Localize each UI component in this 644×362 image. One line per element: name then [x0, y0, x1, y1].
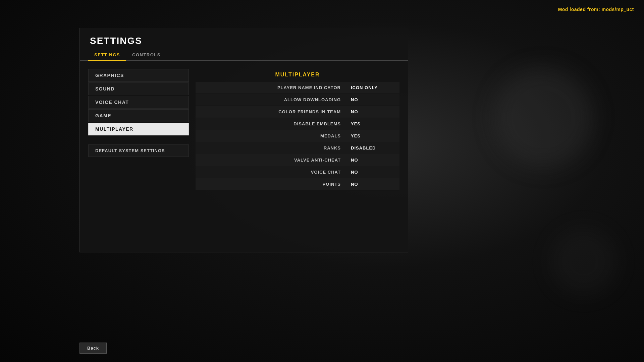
settings-list: PLAYER NAME INDICATOR ICON ONLY ALLOW DO… [196, 82, 399, 190]
setting-label-medals: MEDALS [196, 130, 346, 142]
setting-value-ranks: DISABLED [346, 142, 399, 154]
setting-value-color-friends: NO [346, 106, 399, 118]
dialog-title: SETTINGS [80, 28, 408, 50]
setting-label-color-friends: COLOR FRIENDS IN TEAM [196, 106, 346, 118]
sidebar-divider [88, 136, 189, 144]
setting-label-allow-downloading: ALLOW DOWNLOADING [196, 94, 346, 106]
setting-value-allow-downloading: NO [346, 94, 399, 106]
setting-value-points: NO [346, 178, 399, 190]
setting-value-player-name: ICON ONLY [346, 82, 399, 94]
setting-label-disable-emblems: DISABLE EMBLEMS [196, 118, 346, 130]
sidebar-item-voice-chat[interactable]: VOICE CHAT [88, 96, 189, 109]
setting-row-player-name[interactable]: PLAYER NAME INDICATOR ICON ONLY [196, 82, 399, 94]
setting-row-allow-downloading[interactable]: ALLOW DOWNLOADING NO [196, 94, 399, 106]
tab-bar: SETTINGS CONTROLS [80, 50, 408, 61]
setting-value-disable-emblems: YES [346, 118, 399, 130]
setting-label-voice-chat: VOICE CHAT [196, 166, 346, 178]
setting-row-points[interactable]: POINTS NO [196, 178, 399, 190]
sidebar-item-graphics[interactable]: GRAPHICS [88, 69, 189, 82]
setting-label-ranks: RANKS [196, 142, 346, 154]
settings-dialog: SETTINGS SETTINGS CONTROLS GRAPHICS SOUN… [79, 28, 408, 252]
right-panel: MULTIPLAYER PLAYER NAME INDICATOR ICON O… [196, 69, 399, 190]
setting-label-player-name: PLAYER NAME INDICATOR [196, 82, 346, 94]
setting-label-valve-anti-cheat: VALVE ANTI-CHEAT [196, 154, 346, 166]
setting-value-medals: YES [346, 130, 399, 142]
setting-value-valve-anti-cheat: NO [346, 154, 399, 166]
setting-value-voice-chat: NO [346, 166, 399, 178]
mod-info: Mod loaded from: mods/mp_uct [558, 7, 634, 12]
setting-row-ranks[interactable]: RANKS DISABLED [196, 142, 399, 154]
sidebar: GRAPHICS SOUND VOICE CHAT GAME MULTIPLAY… [88, 69, 189, 190]
sidebar-item-game[interactable]: GAME [88, 109, 189, 122]
bg-blur-2 [550, 228, 617, 295]
content-area: GRAPHICS SOUND VOICE CHAT GAME MULTIPLAY… [80, 66, 408, 194]
tab-controls[interactable]: CONTROLS [126, 50, 167, 61]
bg-blur-1 [493, 67, 594, 168]
setting-label-points: POINTS [196, 178, 346, 190]
setting-row-disable-emblems[interactable]: DISABLE EMBLEMS YES [196, 118, 399, 130]
back-button[interactable]: Back [79, 343, 107, 354]
tab-settings[interactable]: SETTINGS [88, 50, 126, 61]
setting-row-valve-anti-cheat[interactable]: VALVE ANTI-CHEAT NO [196, 154, 399, 166]
default-system-settings-button[interactable]: DEFAULT SYSTEM SETTINGS [88, 144, 189, 157]
section-title: MULTIPLAYER [196, 69, 399, 80]
sidebar-item-multiplayer[interactable]: MULTIPLAYER [88, 123, 189, 135]
setting-row-voice-chat[interactable]: VOICE CHAT NO [196, 166, 399, 178]
setting-row-color-friends[interactable]: COLOR FRIENDS IN TEAM NO [196, 106, 399, 118]
setting-row-medals[interactable]: MEDALS YES [196, 130, 399, 142]
sidebar-item-sound[interactable]: SOUND [88, 82, 189, 95]
